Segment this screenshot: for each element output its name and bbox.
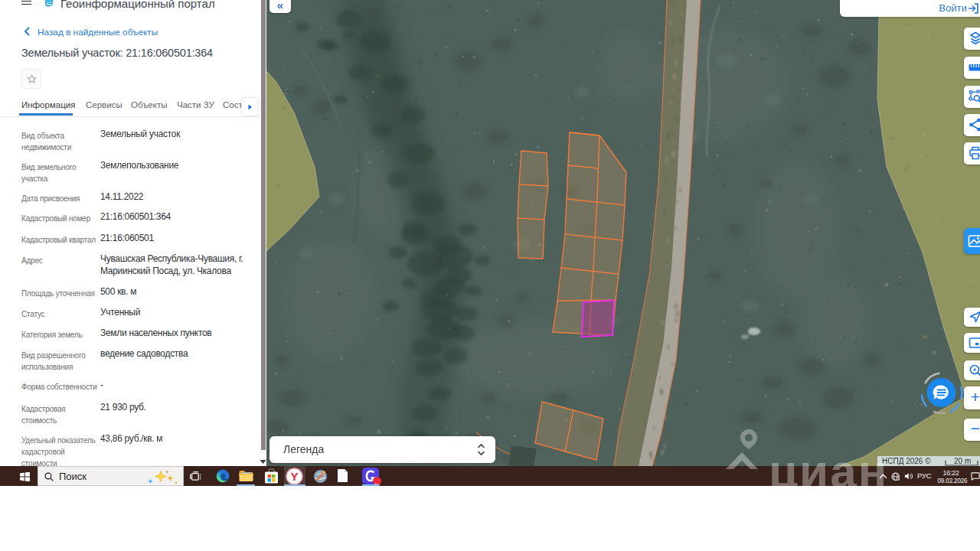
svg-text:циан: циан [769, 445, 888, 490]
svg-text:Y: Y [290, 470, 298, 483]
